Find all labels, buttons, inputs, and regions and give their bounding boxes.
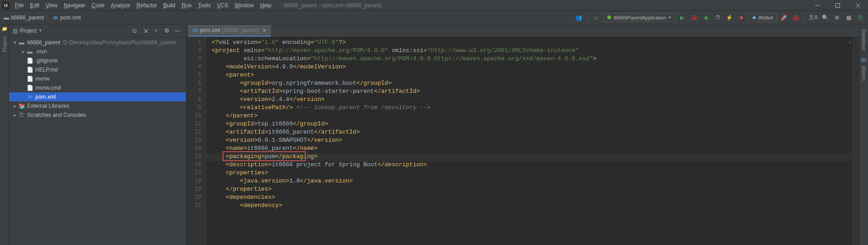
hide-panel-icon[interactable]: — [173,26,182,35]
profile-button[interactable]: ⏱ [713,13,723,23]
menu-vcs[interactable]: VCS [214,2,232,9]
code-line-11[interactable]: <groupId>top.it6666</groupId> [206,120,853,129]
line-gutter[interactable]: 123456789101112131415161718192021 [186,37,206,245]
tree-folder-mvn[interactable]: ▸▬.mvn [9,47,186,56]
settings-icon[interactable]: ⚙ [832,13,842,23]
line-number[interactable]: 4 [186,63,206,72]
line-number[interactable]: 6 [186,80,206,88]
database-tool-button[interactable]: Database [861,26,867,53]
menu-help[interactable]: Help [257,2,275,9]
code-line-9[interactable]: <relativePath/> <!-- lookup parent from … [206,104,853,112]
close-tab-icon[interactable]: × [262,27,266,34]
debug-button[interactable]: 🐞 [689,13,699,23]
minimize-button[interactable] [807,0,827,11]
menu-run[interactable]: Run [179,2,195,9]
back-arrow-icon[interactable]: ↙ [591,13,601,23]
code-line-3[interactable]: xsi:schemaLocation="http://maven.apache.… [206,55,853,63]
line-number[interactable]: 1 [186,39,206,47]
line-number[interactable]: 18 [186,178,206,186]
run-button[interactable]: ▶ [678,13,688,23]
run-configuration-selector[interactable]: ⬢ It6666ParentApplication ▼ [603,13,676,22]
menu-edit[interactable]: Edit [27,2,43,9]
project-structure-icon[interactable]: ▦ [844,13,854,23]
collapse-all-icon[interactable]: ÷ [152,26,161,35]
menu-tools[interactable]: Tools [195,2,214,9]
code-line-1[interactable]: <?xml version="1.0" encoding="UTF-8"?> [206,39,853,47]
jrebel-run-button[interactable]: 🚀 [779,13,789,23]
tree-root[interactable]: ▾▬it6666_parentD:\Develop\IdeaPro\mybati… [9,38,186,47]
line-number[interactable]: 14 [186,145,206,153]
line-number[interactable]: 15 [186,153,206,161]
code-line-16[interactable]: <description>it6666 project for Spring B… [206,161,853,169]
tree-file-pom[interactable]: mpom.xml [9,92,186,101]
tree-file-gitignore[interactable]: 📄.gitignore [9,56,186,65]
line-number[interactable]: 21 [186,202,206,210]
line-number[interactable]: 19 [186,186,206,194]
code-line-10[interactable]: </parent> [206,112,853,120]
breadcrumb[interactable]: ▬ it6666_parent 〉 m pom.xml [3,14,81,21]
maven-tool-button[interactable]: Maven [861,63,867,83]
breadcrumb-file[interactable]: pom.xml [59,14,81,21]
code-line-7[interactable]: <artifactId>spring-boot-starter-parent</… [206,88,853,96]
menu-build[interactable]: Build [160,2,179,9]
settings-gear-icon[interactable]: ⚙ [162,26,171,35]
maximize-button[interactable] [827,0,848,11]
chevron-down-icon[interactable]: ▼ [38,29,42,33]
editor-tab-pom[interactable]: m pom.xml (it6666_parent) × [188,25,271,37]
tree-scratches[interactable]: ▸🗒Scratches and Consoles [9,110,186,120]
menu-code[interactable]: Code [88,2,108,9]
tree-file-help[interactable]: 📄HELP.md [9,65,186,74]
code-line-8[interactable]: <version>2.4.4</version> [206,96,853,104]
sync-icon[interactable]: ↻ [855,13,865,23]
tree-file-mvnwcmd[interactable]: 📄mvnw.cmd [9,83,186,92]
line-number[interactable]: 10 [186,112,206,120]
coverage-button[interactable]: ◉ [701,13,711,23]
code-line-20[interactable]: <dependencies> [206,194,853,202]
code-with-me-icon[interactable]: 👥 [574,13,583,23]
maven-tool-icon[interactable]: m [861,57,866,63]
code-line-13[interactable]: <version>0.0.1-SNAPSHOT</version> [206,137,853,145]
code-line-15[interactable]: <packaging>pom</packaging> [206,153,853,161]
code-line-21[interactable]: <dependency> [206,202,853,210]
code-line-6[interactable]: <groupId>org.springframework.boot</group… [206,80,853,88]
menu-window[interactable]: Window [231,2,257,9]
code-line-5[interactable]: <parent> [206,72,853,80]
tree-file-mvnw[interactable]: 📄mvnw [9,74,186,83]
line-number[interactable]: 3 [186,55,206,63]
code-line-18[interactable]: <java.version>1.8</java.version> [206,178,853,186]
line-number[interactable]: 20 [186,194,206,202]
jrebel-debug-button[interactable]: 🐞 [791,13,801,23]
project-panel-title[interactable]: Project [20,28,37,34]
editor-body[interactable]: 123456789101112131415161718192021 ✓ <?xm… [186,37,859,245]
hotswap-button[interactable]: ⚡ [725,13,735,23]
menu-view[interactable]: View [43,2,61,9]
project-tool-label[interactable]: Project [2,34,7,55]
project-tool-button[interactable]: 📁 [2,26,7,31]
close-button[interactable] [848,0,868,11]
menu-refactor[interactable]: Refactor [133,2,160,9]
line-number[interactable]: 12 [186,129,206,137]
code-area[interactable]: ✓ <?xml version="1.0" encoding="UTF-8"?>… [206,37,853,245]
expand-all-icon[interactable]: ⇲ [141,26,150,35]
line-number[interactable]: 11 [186,120,206,129]
search-everywhere-icon[interactable]: 🔍 [820,13,830,23]
select-opened-file-icon[interactable]: ⊙ [130,26,139,35]
inspection-ok-icon[interactable]: ✓ [849,39,852,46]
code-line-4[interactable]: <modelVersion>4.0.0</modelVersion> [206,63,853,72]
line-number[interactable]: 16 [186,161,206,169]
line-number[interactable]: 17 [186,169,206,178]
error-stripe[interactable] [853,37,859,245]
line-number[interactable]: 8 [186,96,206,104]
code-line-17[interactable]: <properties> [206,169,853,178]
translate-icon[interactable]: 文A [808,13,818,23]
line-number[interactable]: 7 [186,88,206,96]
code-line-19[interactable]: </properties> [206,186,853,194]
stop-button[interactable]: ■ [736,13,746,23]
code-line-14[interactable]: <name>it6666_parent</name> [206,145,853,153]
code-line-12[interactable]: <artifactId>it6666_parent</artifactId> [206,129,853,137]
code-line-2[interactable]: <project xmlns="http://maven.apache.org/… [206,47,853,55]
line-number[interactable]: 2 [186,47,206,55]
line-number[interactable]: 9 [186,104,206,112]
line-number[interactable]: 13 [186,137,206,145]
tree-external-libraries[interactable]: ▸📚External Libraries [9,101,186,110]
